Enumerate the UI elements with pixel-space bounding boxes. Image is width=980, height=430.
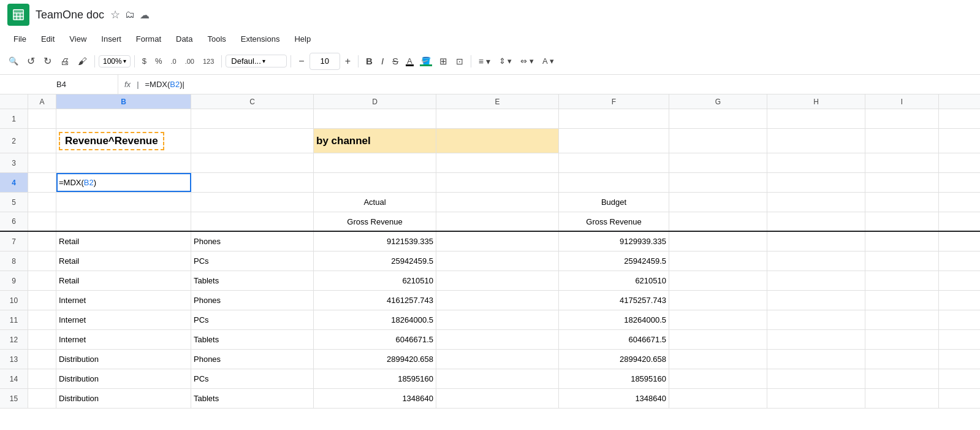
menu-extensions[interactable]: Extensions bbox=[235, 32, 286, 46]
folder-icon[interactable]: 🗂 bbox=[125, 9, 135, 20]
cell-c8[interactable]: PCs bbox=[191, 251, 314, 271]
cell-b12[interactable]: Internet bbox=[56, 330, 191, 349]
cell-d3[interactable] bbox=[314, 153, 436, 172]
cell-g2[interactable] bbox=[669, 129, 767, 153]
cell-i6[interactable] bbox=[865, 212, 939, 231]
decimal-more-button[interactable]: .00 bbox=[181, 55, 198, 67]
cell-h15[interactable] bbox=[767, 389, 865, 408]
cell-i4[interactable] bbox=[865, 173, 939, 192]
cell-a13[interactable] bbox=[28, 350, 56, 369]
cell-i7[interactable] bbox=[865, 232, 939, 251]
cell-e7[interactable] bbox=[436, 232, 559, 251]
cell-i1[interactable] bbox=[865, 109, 939, 128]
cell-d13[interactable]: 2899420.658 bbox=[314, 350, 436, 369]
cell-e1[interactable] bbox=[436, 109, 559, 128]
cell-a7[interactable] bbox=[28, 232, 56, 251]
cell-f3[interactable] bbox=[559, 153, 669, 172]
cell-b6[interactable] bbox=[56, 212, 191, 231]
menu-tools[interactable]: Tools bbox=[201, 32, 232, 46]
paint-format-button[interactable]: 🖌 bbox=[74, 53, 91, 69]
number-format-button[interactable]: 123 bbox=[199, 55, 218, 67]
cell-i9[interactable] bbox=[865, 271, 939, 290]
cell-b3[interactable] bbox=[56, 153, 191, 172]
cell-d6[interactable]: Gross Revenue bbox=[314, 212, 436, 231]
cell-a6[interactable] bbox=[28, 212, 56, 231]
cell-f9[interactable]: 6210510 bbox=[559, 271, 669, 290]
cell-i2[interactable] bbox=[865, 129, 939, 153]
cell-d8[interactable]: 25942459.5 bbox=[314, 251, 436, 271]
cell-h7[interactable] bbox=[767, 232, 865, 251]
cell-e8[interactable] bbox=[436, 251, 559, 271]
cell-a1[interactable] bbox=[28, 109, 56, 128]
col-header-g[interactable]: G bbox=[669, 94, 767, 109]
cell-g7[interactable] bbox=[669, 232, 767, 251]
col-header-e[interactable]: E bbox=[436, 94, 559, 109]
cell-b1[interactable] bbox=[56, 109, 191, 128]
cell-f14[interactable]: 18595160 bbox=[559, 369, 669, 388]
merge-button[interactable]: ⊡ bbox=[452, 54, 467, 69]
cell-g11[interactable] bbox=[669, 310, 767, 329]
cell-d7[interactable]: 9121539.335 bbox=[314, 232, 436, 251]
cell-h8[interactable] bbox=[767, 251, 865, 271]
cell-e13[interactable] bbox=[436, 350, 559, 369]
cell-a8[interactable] bbox=[28, 251, 56, 271]
font-size-plus-button[interactable]: + bbox=[341, 53, 354, 69]
col-header-h[interactable]: H bbox=[767, 94, 865, 109]
cell-i14[interactable] bbox=[865, 369, 939, 388]
cell-reference-input[interactable] bbox=[5, 75, 118, 94]
cell-c2[interactable] bbox=[191, 129, 314, 153]
cell-h1[interactable] bbox=[767, 109, 865, 128]
cell-d4[interactable] bbox=[314, 173, 436, 192]
strikethrough-button[interactable]: S bbox=[389, 53, 402, 69]
formula-input[interactable]: =MDX(B2)| bbox=[145, 80, 975, 89]
cell-b10[interactable]: Internet bbox=[56, 291, 191, 310]
fill-color-button[interactable]: 🪣 bbox=[417, 54, 435, 68]
bold-button[interactable]: B bbox=[362, 53, 376, 69]
cell-g1[interactable] bbox=[669, 109, 767, 128]
cell-f8[interactable]: 25942459.5 bbox=[559, 251, 669, 271]
cell-c9[interactable]: Tablets bbox=[191, 271, 314, 290]
cell-h6[interactable] bbox=[767, 212, 865, 231]
cell-a15[interactable] bbox=[28, 389, 56, 408]
doc-title[interactable]: TeamOne doc bbox=[36, 9, 104, 21]
cell-b4[interactable]: =MDX(B2) bbox=[56, 173, 191, 192]
cell-a9[interactable] bbox=[28, 271, 56, 290]
cell-h5[interactable] bbox=[767, 193, 865, 212]
cell-g13[interactable] bbox=[669, 350, 767, 369]
text-color-button[interactable]: A bbox=[403, 54, 416, 68]
cell-h13[interactable] bbox=[767, 350, 865, 369]
cell-i11[interactable] bbox=[865, 310, 939, 329]
valign-button[interactable]: ⇕ ▾ bbox=[495, 54, 516, 68]
cell-g8[interactable] bbox=[669, 251, 767, 271]
cell-d5[interactable]: Actual bbox=[314, 193, 436, 212]
search-button[interactable]: 🔍 bbox=[5, 54, 22, 68]
cell-c5[interactable] bbox=[191, 193, 314, 212]
cell-f5[interactable]: Budget bbox=[559, 193, 669, 212]
cell-h4[interactable] bbox=[767, 173, 865, 192]
cell-a11[interactable] bbox=[28, 310, 56, 329]
cell-b14[interactable]: Distribution bbox=[56, 369, 191, 388]
cell-a12[interactable] bbox=[28, 330, 56, 349]
cell-e6[interactable] bbox=[436, 212, 559, 231]
cell-i13[interactable] bbox=[865, 350, 939, 369]
font-size-minus-button[interactable]: − bbox=[295, 53, 308, 69]
cell-h14[interactable] bbox=[767, 369, 865, 388]
cell-f2[interactable] bbox=[559, 129, 669, 153]
cell-h10[interactable] bbox=[767, 291, 865, 310]
cell-f11[interactable]: 18264000.5 bbox=[559, 310, 669, 329]
cell-i12[interactable] bbox=[865, 330, 939, 349]
cell-b13[interactable]: Distribution bbox=[56, 350, 191, 369]
cell-c13[interactable]: Phones bbox=[191, 350, 314, 369]
col-header-i[interactable]: I bbox=[865, 94, 939, 109]
italic-button[interactable]: I bbox=[378, 53, 387, 69]
cell-f15[interactable]: 1348640 bbox=[559, 389, 669, 408]
cell-h2[interactable] bbox=[767, 129, 865, 153]
cell-e4[interactable] bbox=[436, 173, 559, 192]
cell-e2[interactable] bbox=[436, 129, 559, 153]
cell-g12[interactable] bbox=[669, 330, 767, 349]
cell-f6[interactable]: Gross Revenue bbox=[559, 212, 669, 231]
cell-g5[interactable] bbox=[669, 193, 767, 212]
cell-i3[interactable] bbox=[865, 153, 939, 172]
cell-b9[interactable]: Retail bbox=[56, 271, 191, 290]
cell-d14[interactable]: 18595160 bbox=[314, 369, 436, 388]
